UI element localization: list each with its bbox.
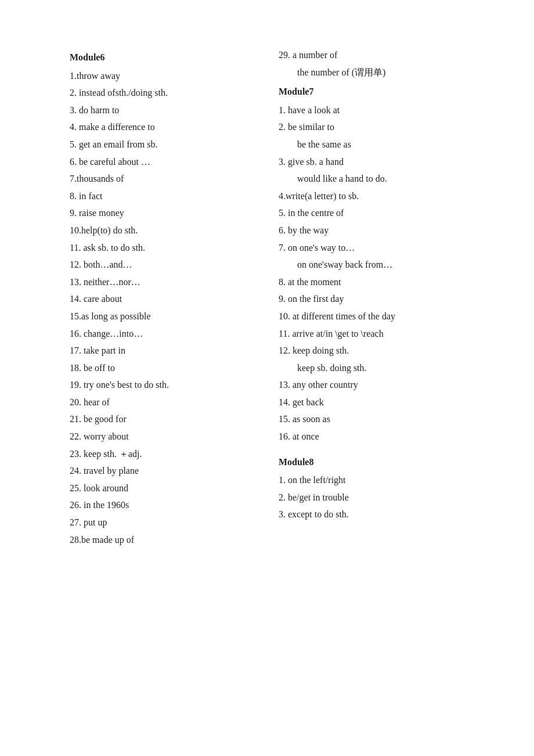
list-item: 9. on the first day [279,290,476,308]
list-item: 5. in the centre of [279,204,476,222]
list-item: 1. have a look at [279,102,476,119]
list-item: the number of (谓用单) [279,64,476,81]
list-item: 9. raise money [70,204,267,222]
list-item: 4. make a difference to [70,118,267,136]
list-item: 24. travel by plane [70,462,267,480]
list-item: 23. keep sth. ＋adj. [70,445,267,463]
list-item: 2. be similar to [279,118,476,136]
list-item: 26. in the 1960s [70,496,267,514]
list-item: Module7 [279,83,476,100]
list-item: 1.throw away [70,67,267,85]
list-item: 7.thousands of [70,170,267,188]
list-item: 13. neither…nor… [70,273,267,291]
list-item: 15. as soon as [279,411,476,428]
list-item: be the same as [279,136,476,153]
list-item: 19. try one's best to do sth. [70,376,267,394]
list-item: 8. at the moment [279,273,476,291]
list-item: 14. care about [70,290,267,308]
list-item [279,445,476,451]
list-item: 28.be made up of [70,531,267,549]
list-item: 21. be good for [70,411,267,428]
list-item: 3. except to do sth. [279,506,476,523]
list-item: 2. instead ofsth./doing sth. [70,84,267,102]
list-item: 22. worry about [70,428,267,445]
page: Module61.throw away2. instead ofsth./doi… [0,0,534,595]
list-item: would like a hand to do. [279,170,476,188]
list-item: 12. both…and… [70,256,267,273]
list-item: 1. on the left/right [279,471,476,489]
left-column: Module61.throw away2. instead ofsth./doi… [70,46,267,548]
list-item: 10.help(to) do sth. [70,222,267,239]
list-item: Module8 [279,453,476,471]
list-item: 11. ask sb. to do sth. [70,239,267,257]
list-item: 29. a number of [279,46,476,64]
list-item: 17. take part in [70,342,267,359]
list-item: 2. be/get in trouble [279,489,476,506]
list-item: keep sb. doing sth. [279,359,476,377]
list-item: 3. give sb. a hand [279,153,476,171]
list-item: 15.as long as possible [70,308,267,325]
list-item: 11. arrive at/in \get to \reach [279,325,476,343]
list-item: 25. look around [70,480,267,497]
list-item: 3. do harm to [70,102,267,119]
content-grid: Module61.throw away2. instead ofsth./doi… [70,46,476,548]
list-item: 16. at once [279,428,476,445]
list-item: Module6 [70,49,267,66]
list-item: 14. get back [279,394,476,411]
list-item: 6. be careful about … [70,153,267,171]
list-item: 10. at different times of the day [279,308,476,325]
list-item: 8. in fact [70,188,267,205]
list-item: 20. hear of [70,394,267,411]
list-item: 6. by the way [279,222,476,239]
list-item: 4.write(a letter) to sb. [279,188,476,205]
list-item: 18. be off to [70,359,267,377]
list-item: 12. keep doing sth. [279,342,476,359]
list-item: 13. any other country [279,376,476,394]
list-item: 5. get an email from sb. [70,136,267,153]
list-item: 7. on one's way to… [279,239,476,257]
right-column: 29. a number ofthe number of (谓用单)Module… [279,46,476,548]
list-item: on one'sway back from… [279,256,476,273]
list-item: 27. put up [70,514,267,531]
list-item: 16. change…into… [70,325,267,343]
